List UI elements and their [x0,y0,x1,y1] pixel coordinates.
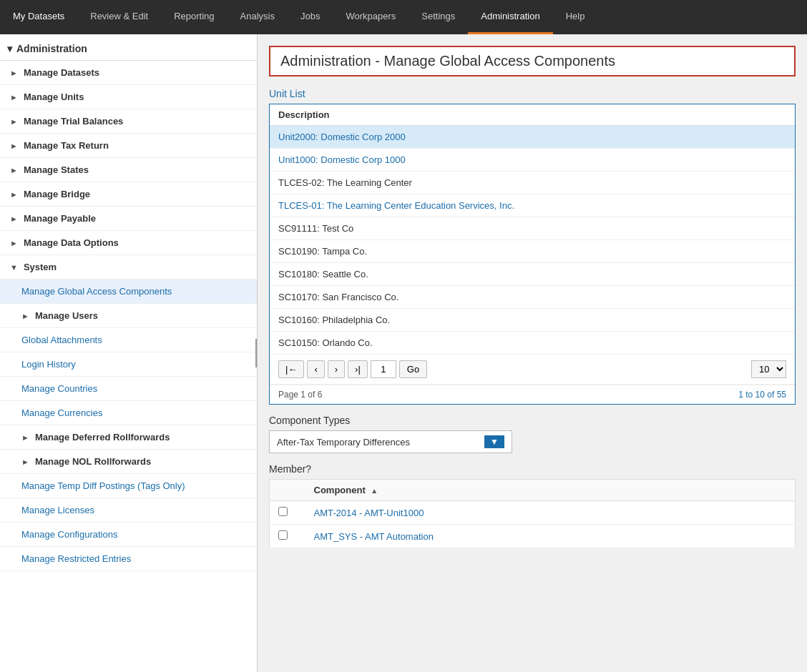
sidebar-item-manage-countries[interactable]: Manage Countries [0,377,257,401]
unit-list-rows: Unit2000: Domestic Corp 2000Unit1000: Do… [270,126,795,355]
nav-item-reporting[interactable]: Reporting [161,0,227,34]
unit-list-section: Unit List Description Unit2000: Domestic… [269,88,796,405]
unit-row-tlces-01[interactable]: TLCES-01: The Learning Center Education … [270,194,795,217]
arrow-icon-system: ▼ [10,263,18,272]
sidebar-item-manage-tax-return[interactable]: ► Manage Tax Return [0,134,257,158]
arrow-icon-manage-data-options: ► [10,239,18,247]
member-section: Member? Component ▲ AMT-2014 - AMT-Unit1… [269,463,796,548]
page-number-input[interactable] [371,360,396,378]
sidebar-item-manage-trial-balances[interactable]: ► Manage Trial Balances [0,109,257,134]
arrow-icon-manage-nol-rollforwards: ► [21,458,29,466]
sidebar-item-global-attachments[interactable]: Global Attachments [0,328,257,352]
sidebar-title-label: Administration [16,43,87,54]
sidebar-item-manage-temp-diff[interactable]: Manage Temp Diff Postings (Tags Only) [0,474,257,498]
page-title: Administration - Manage Global Access Co… [269,46,796,76]
unit-list-box: Description Unit2000: Domestic Corp 2000… [269,104,796,405]
sidebar-item-manage-units[interactable]: ► Manage Units [0,85,257,109]
sidebar-item-manage-data-options[interactable]: ► Manage Data Options [0,231,257,255]
member-component-amt-2014[interactable]: AMT-2014 - AMT-Unit1000 [305,501,796,525]
arrow-icon-manage-units: ► [10,93,18,102]
member-checkbox-amt-sys[interactable] [270,525,305,548]
page-first-btn[interactable]: |← [278,360,304,378]
member-col-checkbox [270,480,305,501]
sidebar-item-manage-datasets[interactable]: ► Manage Datasets [0,61,257,85]
component-types-arrow[interactable]: ▼ [484,435,504,448]
sidebar-item-manage-deferred-rollforwards[interactable]: ► Manage Deferred Rollforwards [0,425,257,450]
unit-row-tlces-02[interactable]: TLCES-02: The Learning Center [270,172,795,194]
sidebar-item-manage-currencies[interactable]: Manage Currencies [0,401,257,425]
sidebar-item-manage-payable[interactable]: ► Manage Payable [0,207,257,231]
unit-row-sc10170[interactable]: SC10170: San Francisco Co. [270,286,795,309]
nav-item-my-datasets[interactable]: My Datasets [0,0,77,34]
nav-item-jobs[interactable]: Jobs [288,0,333,34]
component-types-dropdown[interactable]: After-Tax Temporary Differences ▼ [269,430,512,453]
sidebar-item-manage-users[interactable]: ► Manage Users [0,304,257,328]
arrow-icon-manage-states: ► [10,166,18,174]
pagination: |← ‹ › ›| Go 10 25 50 [270,355,795,385]
member-col-component-label: Component [314,485,366,495]
arrow-icon-manage-deferred-rollforwards: ► [21,433,29,442]
member-component-amt-sys[interactable]: AMT_SYS - AMT Automation [305,525,796,548]
page-prev-btn[interactable]: ‹ [307,360,324,378]
nav-item-workpapers[interactable]: Workpapers [333,0,409,34]
component-types-value: After-Tax Temporary Differences [277,437,410,448]
unit-row-sc10180[interactable]: SC10180: Seattle Co. [270,263,795,286]
unit-row-sc91111[interactable]: SC91111: Test Co [270,217,795,240]
sidebar-item-manage-configurations[interactable]: Manage Configurations [0,523,257,547]
arrow-icon-manage-trial-balances: ► [10,117,18,126]
member-row-amt-sys: AMT_SYS - AMT Automation [270,525,796,548]
go-button[interactable]: Go [399,360,427,378]
sidebar-item-manage-global-access[interactable]: Manage Global Access Components [0,280,257,304]
sidebar-title: ▾ Administration [0,34,257,61]
member-row-amt-2014: AMT-2014 - AMT-Unit1000 [270,501,796,525]
arrow-icon-manage-users: ► [21,312,29,320]
member-checkbox-amt-2014[interactable] [270,501,305,525]
unit-row-sc10160[interactable]: SC10160: Philadelphia Co. [270,309,795,332]
component-types-label: Component Types [269,415,796,426]
sidebar-item-manage-nol-rollforwards[interactable]: ► Manage NOL Rollforwards [0,450,257,474]
arrow-icon-manage-bridge: ► [10,190,18,199]
page-last-btn[interactable]: ›| [348,360,368,378]
arrow-icon-manage-tax-return: ► [10,142,18,150]
sidebar-item-manage-bridge[interactable]: ► Manage Bridge [0,182,257,207]
nav-item-review-edit[interactable]: Review & Edit [77,0,161,34]
member-label: Member? [269,463,796,475]
sidebar-collapse-arrow[interactable]: ▾ [7,43,12,54]
content-area: Administration - Manage Global Access Co… [258,34,807,672]
unit-list-header: Description [270,104,795,126]
sidebar-item-manage-licenses[interactable]: Manage Licenses [0,498,257,523]
page-info-right: 1 to 10 of 55 [738,390,786,400]
unit-row-sc10190[interactable]: SC10190: Tampa Co. [270,240,795,263]
unit-row-unit1000[interactable]: Unit1000: Domestic Corp 1000 [270,149,795,172]
member-rows: AMT-2014 - AMT-Unit1000 AMT_SYS - AMT Au… [270,501,796,548]
sidebar-item-manage-restricted[interactable]: Manage Restricted Entries [0,547,257,571]
member-col-component[interactable]: Component ▲ [305,480,796,501]
page-info: Page 1 of 6 1 to 10 of 55 [270,385,795,404]
component-types-section: Component Types After-Tax Temporary Diff… [269,415,796,453]
unit-row-unit2000[interactable]: Unit2000: Domestic Corp 2000 [270,126,795,149]
sidebar-items-container: ► Manage Datasets► Manage Units► Manage … [0,61,257,571]
member-table: Component ▲ AMT-2014 - AMT-Unit1000 AMT_… [269,479,796,548]
main-layout: ▾ Administration ► Manage Datasets► Mana… [0,34,807,672]
arrow-icon-manage-datasets: ► [10,69,18,77]
page-info-left: Page 1 of 6 [278,390,322,400]
unit-row-sc10150[interactable]: SC10150: Orlando Co. [270,332,795,355]
sidebar-collapse-handle[interactable]: ◀ [255,339,258,367]
per-page-dropdown[interactable]: 10 25 50 [751,360,786,378]
top-nav: My DatasetsReview & EditReportingAnalysi… [0,0,807,34]
nav-item-settings[interactable]: Settings [409,0,468,34]
nav-item-help[interactable]: Help [553,0,598,34]
unit-list-label: Unit List [269,88,796,99]
page-next-btn[interactable]: › [328,360,345,378]
arrow-icon-manage-payable: ► [10,214,18,223]
sidebar-item-system[interactable]: ▼ System [0,255,257,280]
nav-item-analysis[interactable]: Analysis [228,0,288,34]
per-page-select: 10 25 50 [751,360,786,378]
sort-arrow: ▲ [371,487,378,495]
sidebar: ▾ Administration ► Manage Datasets► Mana… [0,34,258,672]
nav-item-administration[interactable]: Administration [468,0,552,34]
sidebar-item-login-history[interactable]: Login History [0,352,257,377]
sidebar-item-manage-states[interactable]: ► Manage States [0,158,257,182]
